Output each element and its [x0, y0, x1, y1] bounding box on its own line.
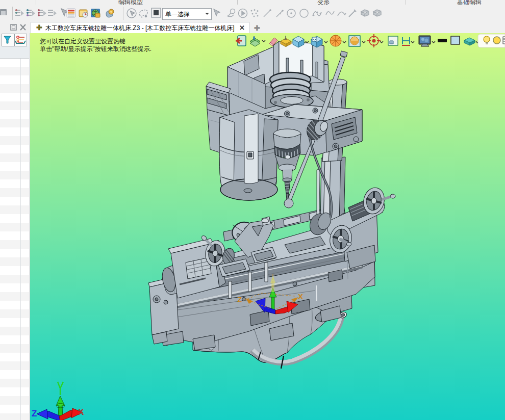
svg-text:Z: Z [237, 295, 242, 304]
svg-text:X: X [78, 407, 84, 417]
svg-text:Z: Z [32, 409, 37, 418]
svg-text:X: X [298, 292, 303, 301]
